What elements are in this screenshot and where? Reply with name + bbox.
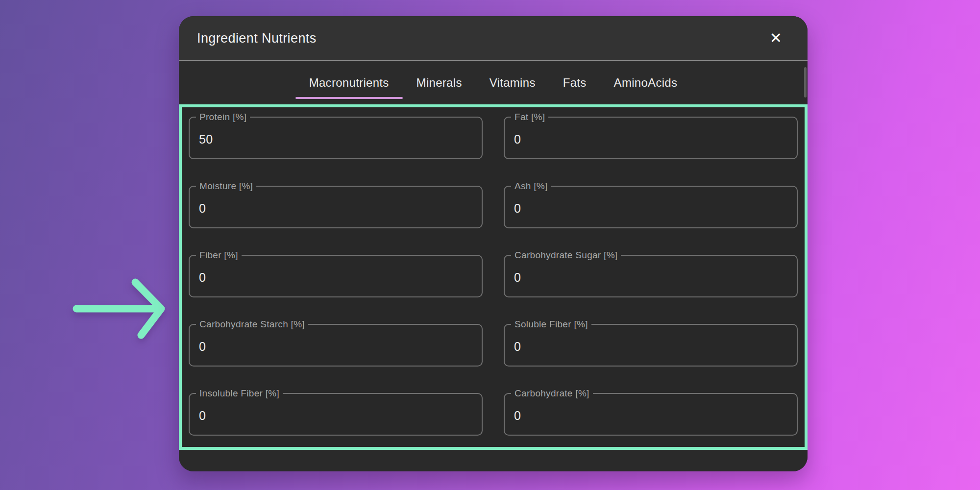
tab-bar: Macronutrients Minerals Vitamins Fats Am… bbox=[179, 61, 808, 104]
close-icon[interactable]: ✕ bbox=[768, 29, 784, 48]
ingredient-nutrients-dialog: Ingredient Nutrients ✕ Macronutrients Mi… bbox=[179, 16, 808, 471]
carbohydrate-starch-label: Carbohydrate Starch [%] bbox=[196, 319, 308, 330]
fiber-label: Fiber [%] bbox=[196, 250, 242, 261]
tab-bar-scrollbar[interactable] bbox=[804, 67, 807, 98]
protein-label: Protein [%] bbox=[196, 112, 250, 122]
carbohydrate-input[interactable]: Carbohydrate [%] 0 bbox=[504, 393, 798, 436]
tab-vitamins-label: Vitamins bbox=[490, 76, 536, 90]
tab-aminoacids-label: AminoAcids bbox=[614, 76, 678, 90]
protein-input[interactable]: Protein [%] 50 bbox=[189, 117, 483, 159]
ash-label: Ash [%] bbox=[511, 181, 551, 192]
insoluble-fiber-label: Insoluble Fiber [%] bbox=[196, 388, 283, 399]
tab-fats[interactable]: Fats bbox=[549, 61, 600, 104]
soluble-fiber-value: 0 bbox=[514, 340, 521, 354]
fat-value: 0 bbox=[514, 132, 521, 147]
tab-macronutrients[interactable]: Macronutrients bbox=[295, 61, 403, 104]
insoluble-fiber-input[interactable]: Insoluble Fiber [%] 0 bbox=[189, 393, 483, 436]
tab-minerals-label: Minerals bbox=[416, 76, 462, 90]
tab-fats-label: Fats bbox=[563, 76, 587, 90]
tab-macronutrients-label: Macronutrients bbox=[309, 76, 389, 90]
fat-label: Fat [%] bbox=[511, 112, 548, 122]
soluble-fiber-label: Soluble Fiber [%] bbox=[511, 319, 591, 330]
ash-value: 0 bbox=[514, 201, 521, 216]
carbohydrate-sugar-input[interactable]: Carbohydrate Sugar [%] 0 bbox=[504, 255, 798, 297]
dialog-title: Ingredient Nutrients bbox=[197, 31, 317, 46]
carbohydrate-starch-value: 0 bbox=[199, 340, 206, 354]
carbohydrate-sugar-value: 0 bbox=[514, 270, 521, 285]
insoluble-fiber-value: 0 bbox=[199, 409, 206, 423]
carbohydrate-starch-input[interactable]: Carbohydrate Starch [%] 0 bbox=[189, 324, 483, 367]
fiber-value: 0 bbox=[199, 270, 206, 285]
active-tab-underline bbox=[295, 97, 403, 99]
protein-value: 50 bbox=[199, 132, 213, 147]
carbohydrate-value: 0 bbox=[514, 409, 521, 423]
macronutrients-form-highlighted: Protein [%] 50 Fat [%] 0 Moisture [%] 0 … bbox=[179, 104, 808, 450]
tab-minerals[interactable]: Minerals bbox=[403, 61, 476, 104]
soluble-fiber-input[interactable]: Soluble Fiber [%] 0 bbox=[504, 324, 798, 367]
moisture-value: 0 bbox=[199, 201, 206, 216]
carbohydrate-label: Carbohydrate [%] bbox=[511, 388, 593, 399]
carbohydrate-sugar-label: Carbohydrate Sugar [%] bbox=[511, 250, 621, 261]
fat-input[interactable]: Fat [%] 0 bbox=[504, 117, 798, 159]
arrow-right-icon bbox=[73, 276, 171, 343]
ash-input[interactable]: Ash [%] 0 bbox=[504, 186, 798, 228]
dialog-footer bbox=[179, 450, 808, 471]
fiber-input[interactable]: Fiber [%] 0 bbox=[189, 255, 483, 297]
tab-vitamins[interactable]: Vitamins bbox=[476, 61, 549, 104]
tab-aminoacids[interactable]: AminoAcids bbox=[600, 61, 691, 104]
dialog-header: Ingredient Nutrients ✕ bbox=[179, 16, 808, 61]
moisture-input[interactable]: Moisture [%] 0 bbox=[189, 186, 483, 228]
moisture-label: Moisture [%] bbox=[196, 181, 256, 192]
